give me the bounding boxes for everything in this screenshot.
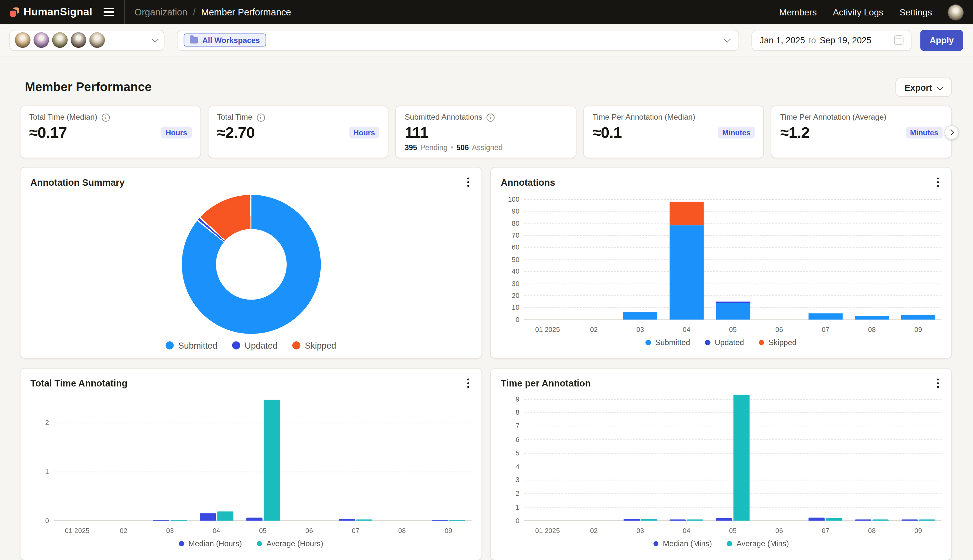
x-axis-label: 02 (571, 325, 617, 333)
members-filter-select[interactable] (9, 30, 165, 51)
header-divider (124, 0, 125, 24)
stacked-bar[interactable] (716, 302, 750, 320)
y-axis-label: 2 (516, 490, 520, 497)
bar-average-hours-[interactable] (263, 400, 279, 520)
chart-legend: Median (Hours)Average (Hours) (20, 539, 482, 548)
page-title: Member Performance (25, 80, 152, 95)
annotation-summary-donut-chart[interactable] (182, 195, 320, 333)
legend-item-submitted[interactable]: Submitted (646, 338, 690, 347)
filter-bar: All Workspaces Jan 1, 2025 to Sep 19, 20… (0, 24, 973, 57)
bar-average-mins-[interactable] (687, 519, 703, 520)
x-axis-label: 06 (756, 325, 802, 333)
bar-median-mins-[interactable] (855, 519, 871, 520)
bar-median-hours-[interactable] (200, 513, 216, 520)
nav-link-members[interactable]: Members (779, 7, 817, 17)
bar-median-hours-[interactable] (153, 520, 169, 520)
legend-dot (179, 541, 184, 546)
x-axis-label: 04 (663, 325, 710, 333)
hamburger-menu-icon[interactable] (103, 8, 114, 16)
legend-item-average-mins-[interactable]: Average (Mins) (727, 539, 789, 548)
legend-item-submitted[interactable]: Submitted (166, 341, 217, 350)
x-axis-label: 02 (100, 527, 147, 534)
legend-item-updated[interactable]: Updated (705, 338, 744, 347)
bar-median-mins-[interactable] (623, 519, 640, 520)
nav-link-settings[interactable]: Settings (900, 7, 932, 17)
bar-average-hours-[interactable] (449, 520, 465, 520)
member-avatar (71, 32, 86, 48)
kebab-menu-icon[interactable] (935, 377, 941, 389)
stat-card-value: ≈0.17 (29, 123, 67, 142)
x-axis-label: 06 (286, 527, 333, 534)
stacked-bar[interactable] (901, 315, 935, 320)
legend-item-updated[interactable]: Updated (232, 341, 277, 350)
stacked-bar[interactable] (670, 202, 704, 320)
legend-label: Updated (715, 338, 744, 347)
month-slot: 09 (425, 396, 472, 520)
bar-average-mins-[interactable] (641, 519, 657, 520)
y-axis-label: 90 (512, 208, 520, 215)
kebab-menu-icon[interactable] (465, 377, 472, 389)
export-button[interactable]: Export (895, 78, 952, 97)
legend-item-average-hours-[interactable]: Average (Hours) (257, 539, 323, 548)
stat-card-value: ≈1.2 (780, 123, 810, 142)
y-axis-label: 20 (512, 292, 520, 299)
legend-item-median-mins-[interactable]: Median (Mins) (653, 539, 712, 548)
legend-item-skipped[interactable]: Skipped (293, 341, 337, 350)
bar-average-hours-[interactable] (217, 511, 233, 520)
legend-label: Median (Hours) (188, 539, 242, 548)
stat-card: Total Timei≈2.70Hours (208, 105, 388, 158)
month-slot: 05 (710, 198, 756, 320)
info-icon[interactable]: i (102, 113, 110, 121)
bar-segment-submitted (901, 315, 935, 320)
apply-button[interactable]: Apply (920, 30, 963, 51)
bar-average-hours-[interactable] (171, 520, 187, 520)
stacked-bar[interactable] (855, 316, 889, 320)
stat-card-title: Time Per Annotation (Median) (592, 113, 695, 122)
y-axis-label: 7 (516, 422, 520, 430)
selected-member-avatars (15, 32, 105, 48)
bar-average-mins-[interactable] (919, 520, 935, 520)
user-avatar[interactable] (948, 5, 963, 20)
time-per-annotation-panel: Time per Annotation 012345678901 2025020… (490, 368, 952, 560)
bar-median-hours-[interactable] (339, 519, 355, 520)
bar-average-mins-[interactable] (826, 518, 842, 520)
bar-median-mins-[interactable] (901, 520, 918, 520)
bar-median-hours-[interactable] (246, 518, 262, 520)
bar-segment-submitted (670, 225, 704, 320)
bar-average-hours-[interactable] (356, 520, 372, 520)
bar-median-mins-[interactable] (716, 518, 732, 520)
chart-area: 01201 20250203040506070809 (30, 396, 472, 520)
bar-median-mins-[interactable] (670, 519, 686, 520)
x-axis-label: 08 (379, 527, 425, 534)
legend-dot (705, 340, 710, 345)
kebab-menu-icon[interactable] (935, 177, 941, 188)
bar-median-hours-[interactable] (432, 520, 448, 520)
workspace-chip[interactable]: All Workspaces (184, 33, 266, 47)
bar-average-mins-[interactable] (873, 519, 889, 520)
legend-item-skipped[interactable]: Skipped (759, 338, 796, 347)
breadcrumb-current-page: Member Performance (201, 7, 291, 17)
bar-average-mins-[interactable] (733, 395, 750, 520)
month-slot: 08 (848, 198, 895, 320)
chart-area: 012345678901 20250203040506070809 (501, 390, 941, 520)
y-axis-label: 4 (516, 463, 520, 470)
annotations-bar-chart: 010203040506070809010001 202502030405060… (491, 198, 951, 347)
y-axis-label: 6 (516, 435, 520, 443)
legend-item-median-hours-[interactable]: Median (Hours) (179, 539, 242, 548)
x-axis-label: 09 (895, 325, 941, 333)
breadcrumb-organization[interactable]: Organization (135, 7, 188, 17)
annotation-summary-panel: Annotation Summary SubmittedUpdatedSkipp… (20, 167, 482, 359)
stat-card-value: ≈0.1 (592, 123, 621, 142)
month-slot: 01 2025 (54, 396, 100, 520)
stacked-bar[interactable] (808, 313, 843, 320)
next-cards-button[interactable] (945, 125, 959, 140)
y-axis-label: 50 (512, 256, 520, 263)
stacked-bar[interactable] (623, 312, 657, 320)
date-range-input[interactable]: Jan 1, 2025 to Sep 19, 2025 (751, 30, 911, 51)
nav-link-activity-logs[interactable]: Activity Logs (833, 7, 883, 17)
info-icon[interactable]: i (257, 113, 265, 121)
workspaces-filter-select[interactable]: All Workspaces (177, 30, 739, 51)
info-icon[interactable]: i (487, 113, 495, 121)
kebab-menu-icon[interactable] (465, 177, 472, 188)
bar-median-mins-[interactable] (809, 518, 825, 520)
